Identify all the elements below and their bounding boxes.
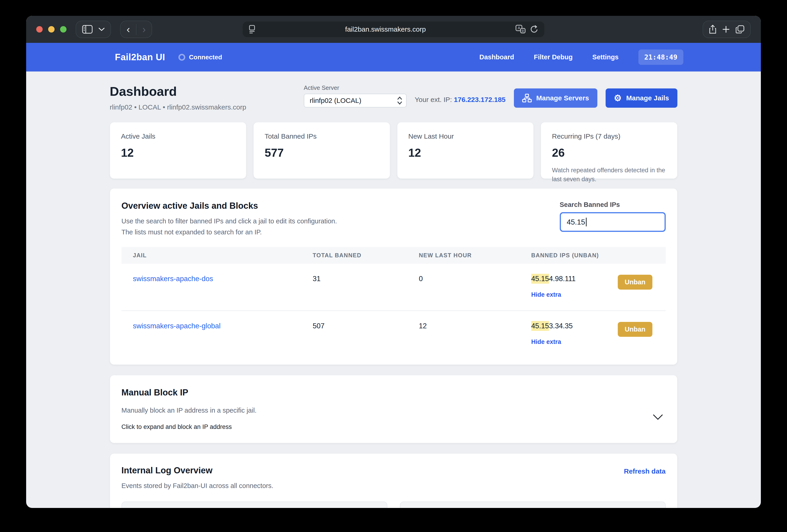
sitemap-icon	[522, 94, 532, 103]
address-bar[interactable]: fail2ban.swissmakers.corp A 文	[242, 22, 545, 37]
main-nav: Dashboard Filter Debug Settings 21:48:49	[479, 49, 683, 65]
col-banned-ips: BANNED IPS (UNBAN)	[531, 247, 666, 264]
jail-link[interactable]: swissmakers-apache-global	[133, 322, 221, 330]
main-content: Dashboard rlinfp02 • LOCAL • rlinfp02.sw…	[26, 71, 761, 508]
window-controls	[36, 26, 66, 32]
page-header: Dashboard rlinfp02 • LOCAL • rlinfp02.sw…	[110, 84, 677, 111]
browser-toolbar: ‹ › fail2ban.swissmakers.corp A	[26, 16, 761, 43]
close-window-button[interactable]	[36, 26, 43, 32]
status-ring-icon	[178, 54, 185, 61]
overview-panel: Overview active Jails and Blocks Use the…	[110, 188, 677, 365]
back-button[interactable]: ‹	[127, 24, 130, 35]
nav-filter-debug[interactable]: Filter Debug	[534, 53, 573, 61]
manual-block-title: Manual Block IP	[122, 387, 666, 398]
log-filter-box[interactable]	[400, 502, 666, 508]
col-total-banned: TOTAL BANNED	[313, 247, 419, 264]
select-updown-icon	[397, 96, 402, 105]
active-server-select[interactable]: rlinfp02 (LOCAL)	[304, 94, 407, 108]
overview-description-2: The lists must not expanded to search fo…	[122, 227, 337, 238]
manage-jails-button[interactable]: ⚙ Manage Jails	[605, 88, 677, 108]
banned-ip: 45.153.34.35	[531, 322, 573, 330]
header-clock: 21:48:49	[638, 49, 684, 65]
new-last-hour-value: 12	[419, 311, 531, 358]
nav-dashboard[interactable]: Dashboard	[479, 53, 514, 61]
search-input-value: 45.15	[567, 218, 585, 226]
page-title: Dashboard	[110, 84, 246, 99]
overview-title: Overview active Jails and Blocks	[122, 201, 337, 211]
unban-button[interactable]: Unban	[618, 275, 652, 290]
reload-icon[interactable]	[530, 25, 538, 34]
app-brand: Fail2ban UI	[115, 52, 165, 62]
stat-cards: Active Jails 12 Total Banned IPs 577 New…	[110, 122, 677, 179]
expand-chevron-down-icon[interactable]	[653, 414, 663, 421]
active-server-value: rlinfp02 (LOCAL)	[310, 97, 361, 105]
refresh-data-link[interactable]: Refresh data	[624, 467, 666, 475]
translate-icon[interactable]: A 文	[515, 25, 526, 34]
jail-link[interactable]: swissmakers-apache-dos	[133, 275, 213, 283]
sidebar-chevron-down-icon[interactable]	[99, 27, 105, 31]
new-last-hour-value: 0	[419, 264, 531, 311]
unban-button[interactable]: Unban	[618, 322, 652, 337]
url-text[interactable]: fail2ban.swissmakers.corp	[255, 25, 515, 33]
nav-settings[interactable]: Settings	[592, 53, 618, 61]
page-format-icon[interactable]	[249, 25, 255, 34]
total-banned-value: 31	[313, 264, 419, 311]
active-server-label: Active Server	[304, 84, 407, 91]
banned-ip: 45.154.98.111	[531, 275, 576, 283]
zoom-window-button[interactable]	[60, 26, 66, 32]
manual-block-hint: Click to expand and block an IP address	[122, 423, 666, 430]
svg-text:文: 文	[522, 29, 525, 32]
search-banned-ips-input[interactable]: 45.15	[560, 212, 666, 232]
manage-jails-label: Manage Jails	[626, 94, 669, 102]
manual-block-panel[interactable]: Manual Block IP Manually block an IP add…	[110, 375, 677, 443]
new-tab-icon[interactable]	[722, 26, 730, 33]
manage-servers-button[interactable]: Manage Servers	[514, 88, 597, 108]
minimize-window-button[interactable]	[48, 26, 55, 32]
history-nav-group: ‹ ›	[120, 21, 152, 38]
log-filter-box[interactable]	[122, 502, 387, 508]
internal-log-description: Events stored by Fail2ban-UI across all …	[122, 481, 273, 491]
jails-table: JAIL TOTAL BANNED NEW LAST HOUR BANNED I…	[122, 247, 666, 358]
table-row: swissmakers-apache-dos 31 0 45.154.98.11…	[122, 264, 666, 311]
connection-status: Connected	[178, 53, 222, 61]
forward-button[interactable]: ›	[143, 24, 146, 35]
share-icon[interactable]	[709, 25, 716, 34]
hide-extra-link[interactable]: Hide extra	[531, 291, 561, 298]
app-header: Fail2ban UI Connected Dashboard Filter D…	[26, 43, 761, 71]
overview-description-1: Use the search to filter banned IPs and …	[122, 216, 337, 227]
status-label: Connected	[189, 53, 222, 61]
stat-card-recurring-ips: Recurring IPs (7 days) 26 Watch repeated…	[541, 122, 677, 179]
col-new-last-hour: NEW LAST HOUR	[419, 247, 531, 264]
table-header-row: JAIL TOTAL BANNED NEW LAST HOUR BANNED I…	[122, 247, 666, 264]
external-ip-value: 176.223.172.185	[454, 96, 505, 103]
col-jail: JAIL	[122, 247, 313, 264]
table-row: swissmakers-apache-global 507 12 45.153.…	[122, 311, 666, 358]
gear-icon: ⚙	[614, 94, 622, 103]
internal-log-panel: Internal Log Overview Events stored by F…	[110, 453, 677, 508]
stat-card-new-last-hour: New Last Hour 12	[397, 122, 534, 179]
external-ip-label: Your ext. IP:	[415, 96, 452, 103]
browser-window: ‹ › fail2ban.swissmakers.corp A	[26, 16, 761, 508]
page-subtitle: rlinfp02 • LOCAL • rlinfp02.swissmakers.…	[110, 103, 246, 111]
search-banned-ips-label: Search Banned IPs	[560, 201, 666, 208]
external-ip: Your ext. IP: 176.223.172.185	[415, 96, 506, 104]
stat-card-total-banned: Total Banned IPs 577	[253, 122, 390, 179]
tab-overview-icon[interactable]	[736, 25, 744, 34]
tab-actions-group	[703, 21, 751, 38]
total-banned-value: 507	[313, 311, 419, 358]
stat-card-active-jails: Active Jails 12	[110, 122, 247, 179]
sidebar-toggle-icon[interactable]	[82, 25, 93, 34]
svg-text:A: A	[518, 26, 520, 30]
internal-log-title: Internal Log Overview	[122, 466, 273, 475]
hide-extra-link[interactable]: Hide extra	[531, 338, 561, 346]
manage-servers-label: Manage Servers	[536, 94, 589, 102]
text-caret	[586, 218, 587, 226]
sidebar-group	[76, 21, 111, 38]
manual-block-description: Manually block an IP address in a specif…	[122, 407, 666, 414]
